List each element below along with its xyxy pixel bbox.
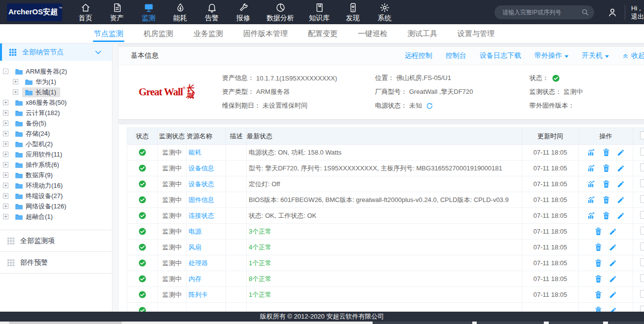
row-checkbox[interactable] [640, 195, 644, 203]
edit-icon[interactable] [609, 259, 617, 267]
resource-name-link[interactable]: 风扇 [189, 243, 201, 251]
resource-name-link[interactable]: 连接状态 [189, 212, 214, 219]
select-all-checkbox[interactable] [640, 131, 644, 139]
edit-icon[interactable] [617, 164, 625, 172]
sidebar-header-all-nodes[interactable]: 全部纳管节点 [0, 43, 112, 61]
delete-icon[interactable] [595, 243, 602, 251]
nav-item-analytics[interactable]: 数据分析 [266, 2, 294, 22]
tree-node[interactable]: + 存储(24) [0, 128, 112, 139]
resource-name-link[interactable]: 固件信息 [189, 196, 214, 203]
subnav-tab[interactable]: 一键巡检 [358, 24, 387, 43]
delete-icon[interactable] [595, 227, 602, 236]
device-log-download-link[interactable]: 设备日志下载 [480, 51, 521, 60]
tree-expander[interactable]: + [3, 183, 8, 188]
tree-expander[interactable]: + [3, 110, 8, 116]
tree-expander[interactable]: + [3, 141, 8, 147]
delete-icon[interactable] [603, 148, 610, 157]
tree-expander[interactable]: + [3, 131, 8, 136]
history-chart-icon[interactable] [587, 211, 596, 220]
row-checkbox[interactable] [640, 148, 644, 156]
edit-icon[interactable] [609, 228, 617, 236]
archeros-logo[interactable]: ArcherOS安超 ™ [7, 3, 62, 21]
search-input[interactable] [501, 8, 581, 16]
row-checkbox[interactable] [640, 243, 644, 250]
tree-node[interactable]: + 长城(1) [0, 87, 112, 97]
delete-icon[interactable] [603, 164, 610, 172]
edit-icon[interactable] [617, 149, 625, 157]
chevron-down-icon[interactable] [95, 50, 101, 54]
nav-item-discovery[interactable]: 发现 [344, 2, 361, 22]
delete-icon[interactable] [595, 275, 602, 283]
tree-node[interactable]: + 应用软件(11) [0, 149, 112, 160]
tree-node[interactable]: + 备份(5) [0, 118, 112, 128]
tree-expander[interactable]: + [3, 100, 8, 105]
row-checkbox[interactable] [640, 274, 644, 282]
delete-icon[interactable] [595, 290, 602, 299]
horizontal-scrollbar[interactable] [0, 322, 644, 324]
tree-node[interactable]: + 操作系统(6) [0, 160, 112, 170]
subnav-tab[interactable]: 机房监测 [144, 24, 173, 43]
subnav-tab[interactable]: 节点监测 [94, 24, 123, 43]
row-checkbox[interactable] [640, 211, 644, 219]
subnav-tab[interactable]: 业务监测 [193, 24, 223, 43]
sidebar-scrollbar[interactable] [113, 43, 118, 324]
sidebar-item-component-warning[interactable]: 部件预警 [0, 251, 112, 274]
row-checkbox[interactable] [640, 258, 644, 266]
history-chart-icon[interactable] [587, 180, 596, 188]
nav-item-home[interactable]: 首页 [77, 2, 94, 22]
tree-expander[interactable]: + [3, 152, 8, 157]
subnav-tab[interactable]: 测试工具 [408, 24, 437, 43]
sidebar-item-all-monitor-items[interactable]: 全部监测项 [0, 230, 112, 251]
history-chart-icon[interactable] [587, 148, 596, 157]
tree-node[interactable]: + 数据库(9) [0, 170, 112, 180]
resource-name-link[interactable]: 设备信息 [189, 164, 214, 172]
nav-item-alerts[interactable]: 告警 [203, 2, 220, 22]
resource-name-link[interactable]: 处理器 [189, 259, 208, 267]
tree-expander[interactable]: + [13, 89, 18, 95]
edit-icon[interactable] [617, 180, 625, 188]
logout-link[interactable]: 退出 [631, 12, 644, 21]
tree-node[interactable]: + x86服务器(50) [0, 97, 112, 108]
tree-node[interactable]: + 云计算(182) [0, 108, 112, 118]
global-search[interactable] [494, 5, 594, 19]
edit-icon[interactable] [609, 291, 617, 299]
edit-icon[interactable] [609, 243, 617, 251]
oob-operation-dropdown[interactable]: 带外操作 [534, 51, 568, 60]
tree-node[interactable]: + 环境动力(16) [0, 180, 112, 191]
tree-node[interactable]: + 网络设备(126) [0, 201, 112, 211]
tree-node[interactable]: + 华为(1) [0, 77, 112, 87]
row-checkbox[interactable] [640, 163, 644, 171]
refresh-icon[interactable] [426, 102, 433, 110]
nav-item-system[interactable]: 系统 [376, 2, 393, 22]
remote-control-link[interactable]: 远程控制 [405, 51, 432, 60]
delete-icon[interactable] [603, 211, 610, 220]
nav-item-energy[interactable]: 能耗 [172, 2, 189, 22]
tree-expander[interactable]: + [3, 193, 8, 199]
row-checkbox[interactable] [640, 290, 644, 298]
delete-icon[interactable] [603, 180, 610, 188]
subnav-tab[interactable]: 设置与管理 [457, 24, 494, 43]
nav-item-monitor[interactable]: 监测 [140, 2, 157, 22]
tree-expander[interactable]: - [3, 69, 8, 74]
tree-expander[interactable]: + [3, 203, 8, 209]
resource-name-link[interactable]: 设备状态 [189, 180, 214, 188]
resource-name-link[interactable]: 能耗 [189, 149, 201, 156]
tree-expander[interactable]: + [13, 79, 18, 84]
edit-icon[interactable] [617, 212, 625, 220]
tree-node[interactable]: + 小型机(2) [0, 139, 112, 149]
resource-name-link[interactable]: 内存 [189, 275, 201, 283]
tree-node[interactable]: + 终端设备(27) [0, 191, 112, 201]
user-icon[interactable] [607, 7, 618, 18]
edit-icon[interactable] [609, 275, 617, 283]
tree-expander[interactable]: + [3, 121, 8, 126]
search-icon[interactable] [581, 8, 589, 16]
tree-expander[interactable]: + [3, 214, 8, 219]
edit-icon[interactable] [617, 196, 625, 204]
history-chart-icon[interactable] [587, 164, 596, 172]
delete-icon[interactable] [595, 259, 602, 267]
resource-name-link[interactable]: 电源 [189, 228, 201, 235]
nav-item-repair[interactable]: 报修 [235, 2, 252, 22]
history-chart-icon[interactable] [587, 196, 596, 204]
scrollbar-thumb[interactable] [9, 322, 122, 324]
resource-name-link[interactable]: 阵列卡 [189, 291, 208, 298]
